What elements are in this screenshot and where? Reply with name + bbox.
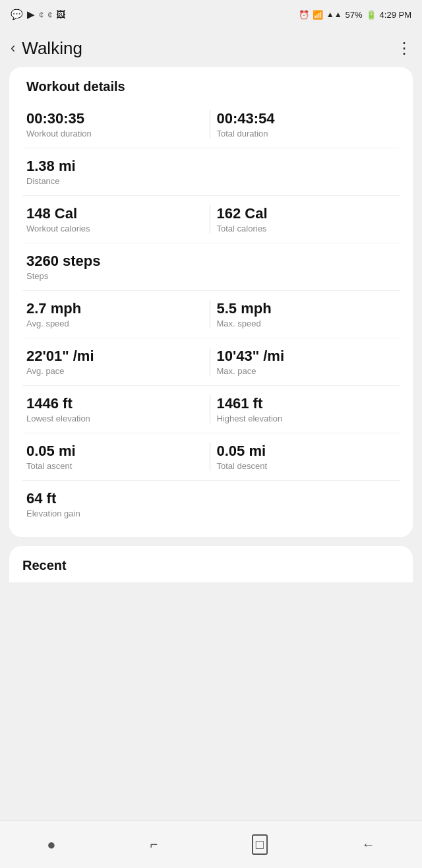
avg-pace-col: 22'01" /mi Avg. pace — [22, 348, 210, 376]
avg-speed-value: 2.7 mph — [26, 300, 203, 317]
total-duration-label: Total duration — [217, 129, 394, 139]
total-ascent-value: 0.05 mi — [26, 443, 203, 460]
workout-calories-label: Workout calories — [26, 224, 203, 233]
top-bar-left: ‹ Walking — [11, 38, 82, 59]
status-right: ⏰ 📶 ▲▲ 57% 🔋 4:29 PM — [299, 10, 411, 20]
avg-speed-label: Avg. speed — [26, 319, 203, 328]
highest-elevation-label: Highest elevation — [217, 414, 394, 423]
status-bar: 💬 ▶ ¢ ¢ 🖼 ⏰ 📶 ▲▲ 57% 🔋 4:29 PM — [0, 0, 422, 29]
lowest-elevation-label: Lowest elevation — [26, 414, 203, 423]
workout-duration-value: 00:30:35 — [26, 110, 203, 127]
app-icon-1: ¢ — [39, 10, 44, 20]
workout-calories-value: 148 Cal — [26, 205, 203, 222]
total-ascent-label: Total ascent — [26, 461, 203, 471]
workout-duration-label: Workout duration — [26, 129, 203, 139]
recent-section: Recent — [9, 546, 413, 582]
distance-row: 1.38 mi Distance — [22, 148, 400, 196]
distance-label: Distance — [26, 176, 393, 186]
wifi-icon: 📶 — [313, 10, 323, 20]
steps-label: Steps — [26, 271, 393, 281]
max-speed-value: 5.5 mph — [217, 300, 394, 317]
total-descent-col: 0.05 mi Total descent — [210, 443, 400, 471]
max-pace-value: 10'43" /mi — [217, 348, 394, 365]
main-content: Workout details 00:30:35 Workout duratio… — [0, 67, 422, 592]
bottom-nav: ● ⌐ □ ← — [0, 821, 422, 868]
app-icon-2: ¢ — [47, 10, 52, 20]
duration-row: 00:30:35 Workout duration 00:43:54 Total… — [22, 101, 400, 148]
max-speed-col: 5.5 mph Max. speed — [210, 300, 400, 328]
nav-recent-button[interactable]: ⌐ — [150, 837, 158, 852]
highest-elevation-value: 1461 ft — [217, 395, 394, 412]
elevation-range-row: 1446 ft Lowest elevation 1461 ft Highest… — [22, 386, 400, 433]
steps-value: 3260 steps — [26, 253, 393, 270]
distance-value: 1.38 mi — [26, 158, 393, 175]
recent-section-title: Recent — [22, 558, 400, 573]
total-duration-col: 00:43:54 Total duration — [210, 110, 400, 139]
total-calories-label: Total calories — [217, 224, 394, 233]
back-button[interactable]: ‹ — [11, 40, 15, 57]
more-menu-button[interactable]: ⋮ — [396, 39, 411, 57]
message-icon: 💬 — [11, 9, 23, 20]
max-pace-label: Max. pace — [217, 366, 394, 376]
status-left-icons: 💬 ▶ ¢ ¢ 🖼 — [11, 9, 65, 20]
page-title: Walking — [22, 38, 82, 59]
max-speed-label: Max. speed — [217, 319, 394, 328]
lowest-elevation-col: 1446 ft Lowest elevation — [22, 395, 210, 423]
total-calories-value: 162 Cal — [217, 205, 394, 222]
youtube-icon: ▶ — [27, 9, 35, 20]
battery-percent: 57% — [346, 10, 363, 20]
workout-details-card: Workout details 00:30:35 Workout duratio… — [9, 67, 413, 537]
total-descent-label: Total descent — [217, 461, 394, 471]
distance-col: 1.38 mi Distance — [22, 158, 400, 186]
total-descent-value: 0.05 mi — [217, 443, 394, 460]
time-display: 4:29 PM — [380, 10, 411, 20]
steps-col: 3260 steps Steps — [22, 253, 400, 281]
battery-icon: 🔋 — [366, 10, 377, 20]
elevation-gain-label: Elevation gain — [26, 509, 393, 518]
workout-calories-col: 148 Cal Workout calories — [22, 205, 210, 233]
avg-pace-value: 22'01" /mi — [26, 348, 203, 365]
alarm-icon: ⏰ — [299, 10, 309, 20]
signal-icon: ▲▲ — [326, 10, 342, 19]
lowest-elevation-value: 1446 ft — [26, 395, 203, 412]
steps-row: 3260 steps Steps — [22, 243, 400, 291]
gallery-icon: 🖼 — [56, 9, 65, 20]
pace-row: 22'01" /mi Avg. pace 10'43" /mi Max. pac… — [22, 338, 400, 386]
elevation-gain-row: 64 ft Elevation gain — [22, 481, 400, 528]
avg-pace-label: Avg. pace — [26, 366, 203, 376]
total-duration-value: 00:43:54 — [217, 110, 394, 127]
top-bar: ‹ Walking ⋮ — [0, 29, 422, 67]
workout-details-title: Workout details — [22, 79, 400, 94]
nav-back-button[interactable]: ← — [362, 837, 375, 852]
ascent-descent-row: 0.05 mi Total ascent 0.05 mi Total desce… — [22, 433, 400, 481]
total-ascent-col: 0.05 mi Total ascent — [22, 443, 210, 471]
total-calories-col: 162 Cal Total calories — [210, 205, 400, 233]
elevation-gain-value: 64 ft — [26, 490, 393, 507]
speed-row: 2.7 mph Avg. speed 5.5 mph Max. speed — [22, 291, 400, 338]
workout-duration-col: 00:30:35 Workout duration — [22, 110, 210, 139]
nav-home-button[interactable]: □ — [252, 834, 268, 855]
nav-dot-button[interactable]: ● — [47, 836, 55, 853]
calories-row: 148 Cal Workout calories 162 Cal Total c… — [22, 196, 400, 243]
elevation-gain-col: 64 ft Elevation gain — [22, 490, 400, 518]
highest-elevation-col: 1461 ft Highest elevation — [210, 395, 400, 423]
avg-speed-col: 2.7 mph Avg. speed — [22, 300, 210, 328]
max-pace-col: 10'43" /mi Max. pace — [210, 348, 400, 376]
